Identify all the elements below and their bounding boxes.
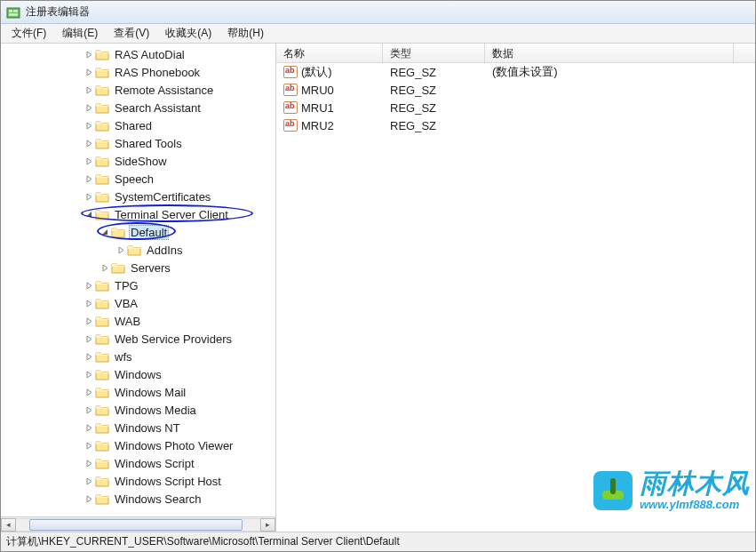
expand-icon[interactable] [83, 155, 95, 167]
tree-item-label[interactable]: RAS AutoDial [113, 48, 187, 61]
tree-item-label[interactable]: WAB [113, 315, 142, 328]
scroll-left-button[interactable]: ◂ [1, 518, 16, 532]
tree-item[interactable]: Windows Mail [1, 383, 275, 401]
expand-icon[interactable] [83, 66, 95, 78]
tree-item-label[interactable]: Speech [113, 172, 155, 186]
scroll-thumb[interactable] [29, 519, 243, 531]
expand-icon[interactable] [83, 101, 95, 114]
expand-icon[interactable] [83, 421, 95, 434]
tree-item[interactable]: Windows Photo Viewer [1, 436, 275, 454]
list-row[interactable]: MRU2REG_SZ [276, 116, 755, 134]
tree-item[interactable]: Speech [1, 170, 275, 188]
tree-item[interactable]: Terminal Server Client [1, 205, 275, 223]
tree-item-label[interactable]: Windows Search [113, 492, 203, 506]
tree-item[interactable]: SideShow [1, 152, 275, 170]
tree-item-label[interactable]: Windows [113, 368, 163, 381]
tree-item-label[interactable]: Windows Script Host [113, 475, 223, 488]
expand-icon[interactable] [83, 404, 95, 416]
collapse-icon[interactable] [99, 226, 111, 238]
tree-item[interactable]: Search Assistant [1, 99, 275, 116]
tree-item[interactable]: RAS Phonebook [1, 63, 275, 81]
tree-item[interactable]: Windows Script Host [1, 472, 275, 490]
expand-icon[interactable] [83, 492, 95, 505]
tree-item[interactable]: Servers [1, 259, 275, 276]
tree-item-label[interactable]: Terminal Server Client [113, 208, 230, 221]
tree-item[interactable]: VBA [1, 294, 275, 312]
tree-item[interactable]: AddIns [1, 241, 275, 259]
tree-item[interactable]: Web Service Providers [1, 330, 275, 348]
tree-item[interactable]: Windows Script [1, 454, 275, 472]
tree-item[interactable]: Default [1, 223, 275, 241]
tree-pane[interactable]: RAS AutoDialRAS PhonebookRemote Assistan… [1, 44, 276, 532]
tree-item-label[interactable]: Windows Photo Viewer [113, 439, 235, 452]
value-name-cell[interactable]: MRU0 [276, 84, 383, 97]
value-name-cell[interactable]: MRU2 [276, 119, 383, 132]
tree-item[interactable]: Windows [1, 365, 275, 383]
value-name-cell[interactable]: MRU1 [276, 101, 383, 115]
menu-favorites[interactable]: 收藏夹(A) [158, 24, 219, 43]
tree-item[interactable]: WAB [1, 312, 275, 330]
value-name-cell[interactable]: (默认) [276, 64, 383, 80]
expand-icon[interactable] [83, 119, 95, 132]
menu-file[interactable]: 文件(F) [4, 24, 53, 43]
expand-icon[interactable] [83, 439, 95, 452]
expand-icon[interactable] [83, 457, 95, 469]
tree-item-label[interactable]: Default [129, 225, 169, 240]
tree-item-label[interactable]: wfs [113, 350, 134, 364]
col-data[interactable]: 数据 [485, 44, 734, 62]
tree-item-label[interactable]: Web Service Providers [113, 332, 234, 346]
expand-icon[interactable] [83, 172, 95, 185]
expand-icon[interactable] [115, 244, 127, 256]
tree-item[interactable]: Shared [1, 116, 275, 134]
col-name[interactable]: 名称 [276, 44, 383, 62]
tree-item-label[interactable]: Search Assistant [113, 101, 203, 115]
tree-item[interactable]: SystemCertificates [1, 188, 275, 205]
menu-edit[interactable]: 编辑(E) [55, 24, 105, 43]
tree-item[interactable]: TPG [1, 276, 275, 294]
expand-icon[interactable] [83, 137, 95, 149]
scroll-right-button[interactable]: ▸ [260, 518, 275, 532]
expand-icon[interactable] [83, 48, 95, 60]
menu-help[interactable]: 帮助(H) [220, 24, 271, 43]
tree-item-label[interactable]: Shared [113, 119, 154, 132]
tree-hscrollbar[interactable]: ◂ ▸ [1, 516, 275, 532]
collapse-icon[interactable] [83, 208, 95, 220]
tree-item[interactable]: Remote Assistance [1, 81, 275, 99]
scroll-track[interactable] [16, 518, 260, 532]
list-row[interactable]: MRU1REG_SZ [276, 99, 755, 116]
expand-icon[interactable] [83, 332, 95, 345]
tree-item-label[interactable]: Windows Media [113, 404, 198, 417]
tree-item[interactable]: RAS AutoDial [1, 45, 275, 63]
tree-item[interactable]: Shared Tools [1, 134, 275, 152]
tree-item-label[interactable]: Windows Mail [113, 386, 187, 399]
tree-item-label[interactable]: Shared Tools [113, 137, 184, 150]
list-row[interactable]: (默认)REG_SZ(数值未设置) [276, 63, 755, 81]
expand-icon[interactable] [83, 297, 95, 309]
tree-item-label[interactable]: VBA [113, 297, 139, 310]
expand-icon[interactable] [83, 84, 95, 96]
expand-icon[interactable] [83, 350, 95, 363]
tree-item-label[interactable]: SystemCertificates [113, 190, 212, 204]
tree-item-label[interactable]: TPG [113, 279, 140, 292]
expand-icon[interactable] [83, 190, 95, 203]
tree-item-label[interactable]: Windows Script [113, 457, 196, 470]
expand-icon[interactable] [83, 475, 95, 487]
tree-item[interactable]: Windows Media [1, 401, 275, 419]
tree-item-label[interactable]: RAS Phonebook [113, 66, 202, 79]
list-row[interactable]: MRU0REG_SZ [276, 81, 755, 99]
col-type[interactable]: 类型 [383, 44, 485, 62]
tree-item[interactable]: wfs [1, 348, 275, 365]
expand-icon[interactable] [83, 386, 95, 398]
list-body[interactable]: (默认)REG_SZ(数值未设置)MRU0REG_SZMRU1REG_SZMRU… [276, 63, 755, 532]
tree-item-label[interactable]: Windows NT [113, 421, 182, 435]
tree-item-label[interactable]: Remote Assistance [113, 84, 215, 97]
tree-item[interactable]: Windows Search [1, 490, 275, 508]
expand-icon[interactable] [99, 261, 111, 274]
list-header[interactable]: 名称 类型 数据 [276, 44, 755, 63]
expand-icon[interactable] [83, 279, 95, 292]
tree-item-label[interactable]: SideShow [113, 155, 169, 168]
tree-item-label[interactable]: AddIns [145, 244, 184, 257]
expand-icon[interactable] [83, 368, 95, 380]
expand-icon[interactable] [83, 315, 95, 327]
menu-view[interactable]: 查看(V) [107, 24, 156, 43]
